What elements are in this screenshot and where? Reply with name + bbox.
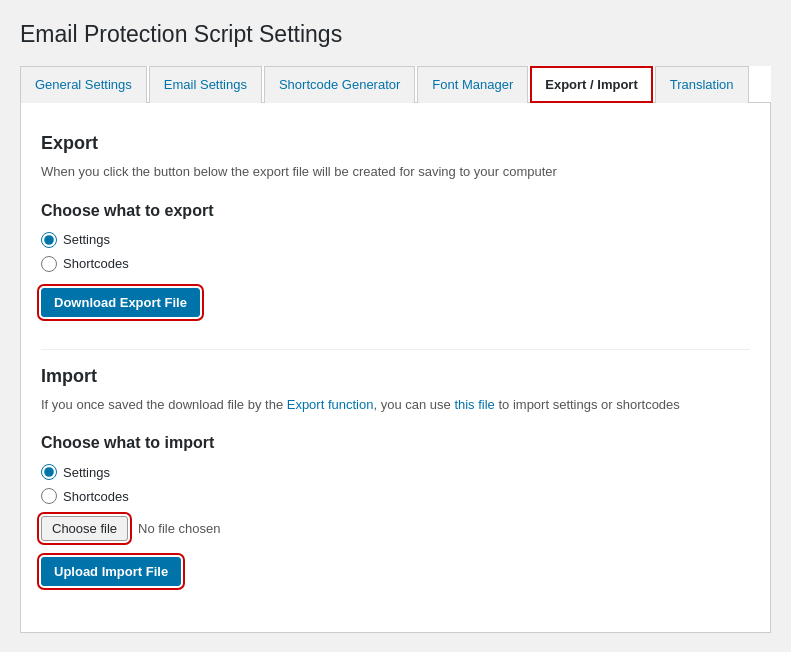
page-wrapper: Email Protection Script Settings General… (0, 0, 791, 652)
export-description: When you click the button below the expo… (41, 162, 750, 182)
download-export-button[interactable]: Download Export File (41, 288, 200, 317)
import-settings-radio[interactable] (41, 464, 57, 480)
choose-import-title: Choose what to import (41, 434, 750, 452)
page-title: Email Protection Script Settings (20, 20, 771, 50)
import-desc-text2: , you can use (373, 397, 454, 412)
import-shortcodes-radio[interactable] (41, 488, 57, 504)
tab-translation[interactable]: Translation (655, 66, 749, 104)
tab-email-settings[interactable]: Email Settings (149, 66, 262, 104)
export-settings-label[interactable]: Settings (63, 232, 110, 247)
no-file-text: No file chosen (138, 521, 220, 536)
tab-general[interactable]: General Settings (20, 66, 147, 104)
import-settings-label[interactable]: Settings (63, 465, 110, 480)
export-radio-group: Settings Shortcodes (41, 232, 750, 272)
section-divider (41, 349, 750, 350)
import-section-title: Import (41, 366, 750, 387)
file-input-row: Choose file No file chosen (41, 516, 750, 541)
this-file-link[interactable]: this file (454, 397, 494, 412)
import-shortcodes-option: Shortcodes (41, 488, 750, 504)
import-desc-text1: If you once saved the download file by t… (41, 397, 287, 412)
export-shortcodes-option: Shortcodes (41, 256, 750, 272)
export-section-title: Export (41, 133, 750, 154)
export-shortcodes-label[interactable]: Shortcodes (63, 256, 129, 271)
import-shortcodes-label[interactable]: Shortcodes (63, 489, 129, 504)
export-settings-radio[interactable] (41, 232, 57, 248)
export-shortcodes-radio[interactable] (41, 256, 57, 272)
choose-export-title: Choose what to export (41, 202, 750, 220)
tab-content: Export When you click the button below t… (20, 103, 771, 633)
tab-shortcode-generator[interactable]: Shortcode Generator (264, 66, 415, 104)
import-desc-text3: to import settings or shortcodes (495, 397, 680, 412)
export-function-link[interactable]: Export function (287, 397, 374, 412)
upload-import-button[interactable]: Upload Import File (41, 557, 181, 586)
import-radio-group: Settings Shortcodes (41, 464, 750, 504)
tab-nav: General Settings Email Settings Shortcod… (20, 66, 771, 104)
import-settings-option: Settings (41, 464, 750, 480)
tab-export-import[interactable]: Export / Import (530, 66, 652, 104)
tab-font-manager[interactable]: Font Manager (417, 66, 528, 104)
import-description: If you once saved the download file by t… (41, 395, 750, 415)
export-settings-option: Settings (41, 232, 750, 248)
choose-file-button[interactable]: Choose file (41, 516, 128, 541)
